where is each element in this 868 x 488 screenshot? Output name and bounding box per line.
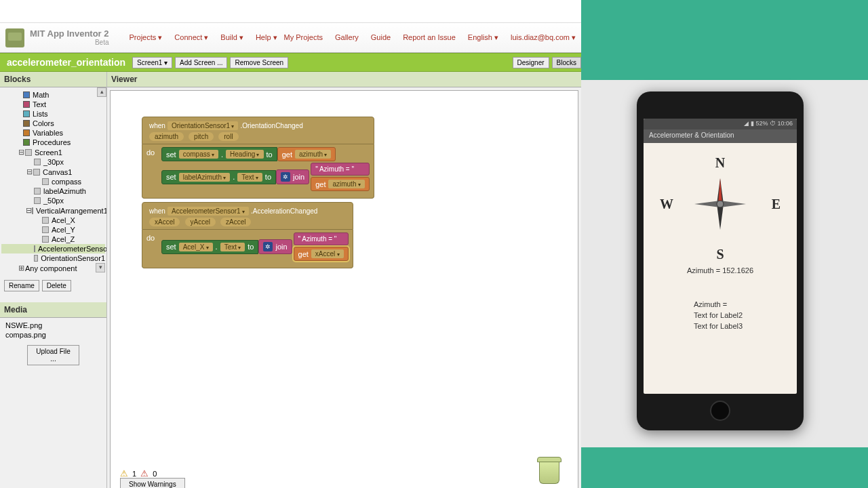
phone-label-2: Text for Label2: [644, 310, 797, 321]
category-variables[interactable]: Variables: [1, 128, 105, 138]
param-xaccel: xAccel: [149, 218, 180, 226]
add-screen-button[interactable]: Add Screen ...: [175, 57, 227, 68]
project-title: accelerometer_orientation: [3, 57, 130, 68]
blocks-canvas[interactable]: when OrientationSensor1 .OrientationChan…: [110, 90, 578, 488]
gear-icon[interactable]: ✲: [263, 242, 273, 251]
compass-e: E: [772, 197, 781, 212]
join-block-1[interactable]: ✲ join: [276, 169, 309, 184]
rename-button[interactable]: Rename: [4, 280, 39, 291]
left-panel: Blocks ▴ Math Text Lists Colors Variable…: [0, 72, 107, 488]
warning-count: 1: [132, 470, 136, 478]
tree-screen1[interactable]: ⊟Screen1: [1, 147, 105, 157]
menu-user[interactable]: luis.diaz@bq.com ▾: [511, 33, 576, 42]
menu-help[interactable]: Help ▾: [256, 33, 277, 42]
get-xaccel-dragging[interactable]: get xAccel: [294, 247, 349, 261]
compass-widget: N S W E: [644, 143, 797, 265]
viewer-header: Viewer: [107, 72, 581, 87]
media-file-2[interactable]: compas.png: [5, 330, 101, 340]
project-bar: accelerometer_orientation Screen1 ▾ Add …: [0, 53, 581, 72]
category-colors[interactable]: Colors: [1, 119, 105, 128]
app-logo-icon: [5, 28, 24, 47]
param-zaccel: zAccel: [220, 218, 251, 226]
join-block-2[interactable]: ✲ join: [258, 239, 292, 254]
tree-anycomponent[interactable]: ⊞Any component ▾: [1, 263, 105, 273]
category-text[interactable]: Text: [1, 100, 105, 109]
set-compass-heading[interactable]: set compass. Heading to: [161, 147, 277, 161]
tree-acelx[interactable]: Acel_X: [1, 216, 105, 225]
phone-label-1: Azimuth =: [644, 299, 797, 310]
warning-counter: ⚠1 ⚠0: [120, 468, 157, 479]
text-literal-azimuth-2[interactable]: " Azimuth = ": [294, 232, 349, 245]
error-icon: ⚠: [140, 468, 149, 479]
warning-icon: ⚠: [120, 468, 128, 479]
media-file-1[interactable]: NSWE.png: [5, 321, 101, 330]
device-photo-panel: ◢ ▮ 52% ⏱ 10:06 Accelerometer & Orientat…: [581, 0, 868, 488]
accelerometer-sensor-dropdown[interactable]: AccelerometerSensor1: [167, 207, 249, 216]
compass-w: W: [660, 197, 673, 212]
menu-build[interactable]: Build ▾: [220, 33, 243, 42]
tree-accsensor[interactable]: AccelerometerSensor1: [1, 244, 105, 253]
tree-acely[interactable]: Acel_Y: [1, 225, 105, 235]
menu-report[interactable]: Report an Issue: [403, 33, 456, 42]
block-acceleration-changed[interactable]: when AccelerometerSensor1 .AccelerationC…: [142, 202, 353, 268]
phone-home-button-icon: [710, 401, 730, 421]
compass-s: S: [716, 247, 724, 262]
main-menu: Projects ▾ Connect ▾ Build ▾ Help ▾: [130, 33, 277, 42]
trash-icon[interactable]: [537, 457, 561, 487]
svg-point-3: [717, 201, 724, 207]
remove-screen-button[interactable]: Remove Screen: [230, 57, 288, 68]
menu-myprojects[interactable]: My Projects: [283, 33, 322, 42]
param-yaccel: yAccel: [185, 218, 216, 226]
designer-button[interactable]: Designer: [513, 57, 549, 68]
phone-device: ◢ ▮ 52% ⏱ 10:06 Accelerometer & Orientat…: [637, 92, 804, 430]
gear-icon[interactable]: ✲: [281, 172, 290, 182]
param-pitch: pitch: [189, 132, 214, 141]
get-azimuth-1[interactable]: get azimuth: [277, 147, 336, 161]
category-math[interactable]: Math: [1, 90, 105, 100]
get-azimuth-2[interactable]: get azimuth: [311, 177, 370, 191]
orientation-sensor-dropdown[interactable]: OrientationSensor1: [167, 121, 238, 130]
menu-projects[interactable]: Projects ▾: [130, 33, 163, 42]
scroll-up-icon[interactable]: ▴: [97, 87, 106, 97]
text-literal-azimuth-1[interactable]: " Azimuth = ": [311, 163, 370, 176]
brand-title: MIT App Inventor 2: [30, 28, 109, 39]
phone-app-header: Accelerometer & Orientation: [644, 129, 797, 143]
tree-compass[interactable]: compass: [1, 177, 105, 186]
tree-labelazimuth[interactable]: labelAzimuth: [1, 186, 105, 196]
menu-gallery[interactable]: Gallery: [335, 33, 359, 42]
do-label: do: [146, 148, 155, 157]
tree-orisensor[interactable]: OrientationSensor1: [1, 253, 105, 263]
viewer-panel: Viewer when OrientationSensor1 .Orientat…: [107, 72, 581, 488]
set-acelx-text[interactable]: set Acel_X. Text to: [161, 240, 258, 254]
menu-connect[interactable]: Connect ▾: [174, 33, 208, 42]
tree-acelz[interactable]: Acel_Z: [1, 235, 105, 244]
tree-50px[interactable]: _50px: [1, 196, 105, 205]
param-azimuth: azimuth: [149, 132, 184, 141]
tree-canvas1[interactable]: ⊟Canvas1: [1, 167, 105, 177]
media-list: NSWE.png compas.png: [0, 318, 106, 342]
phone-azimuth-value: Azimuth = 152.1626: [644, 265, 797, 276]
set-labelazimuth-text[interactable]: set labelAzimuth. Text to: [161, 170, 276, 184]
show-warnings-button[interactable]: Show Warnings: [120, 478, 185, 488]
do-label-2: do: [146, 234, 155, 242]
error-count: 0: [153, 470, 157, 478]
upload-file-button[interactable]: Upload File ...: [27, 345, 79, 365]
blocks-panel-header: Blocks: [0, 72, 106, 87]
scroll-down-icon[interactable]: ▾: [96, 263, 105, 272]
compass-rose-icon: [693, 177, 747, 231]
media-panel-header: Media: [0, 302, 106, 318]
tree-varr1[interactable]: ⊟VerticalArrangement1: [1, 205, 105, 216]
category-procedures[interactable]: Procedures: [1, 138, 105, 147]
tree-30px[interactable]: _30px: [1, 157, 105, 167]
phone-screen: ◢ ▮ 52% ⏱ 10:06 Accelerometer & Orientat…: [644, 119, 797, 394]
delete-button[interactable]: Delete: [42, 280, 71, 291]
screen-dropdown[interactable]: Screen1 ▾: [132, 57, 172, 68]
category-lists[interactable]: Lists: [1, 109, 105, 119]
brand-beta: Beta: [30, 38, 109, 47]
block-orientation-changed[interactable]: when OrientationSensor1 .OrientationChan…: [142, 117, 374, 199]
param-roll: roll: [218, 132, 238, 141]
blocks-button[interactable]: Blocks: [552, 57, 581, 68]
menu-guide[interactable]: Guide: [371, 33, 391, 42]
menu-right: My Projects Gallery Guide Report an Issu…: [283, 33, 576, 42]
menu-english[interactable]: English ▾: [468, 33, 498, 42]
